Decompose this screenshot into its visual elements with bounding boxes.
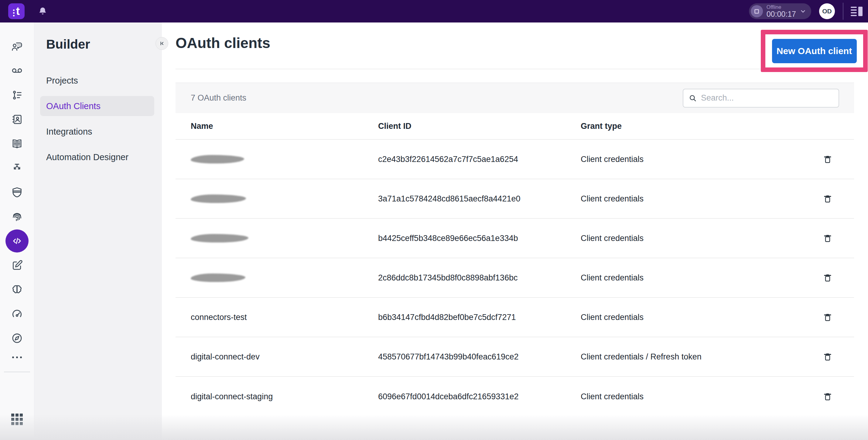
redacted-name-blob — [191, 155, 244, 164]
user-avatar[interactable]: OD — [819, 3, 835, 19]
delete-client-button[interactable] — [820, 310, 835, 324]
table-header-row: Name Client ID Grant type — [176, 113, 854, 140]
ai-brain-icon[interactable] — [11, 284, 23, 296]
table-toolbar: 7 OAuth clients — [176, 83, 854, 113]
apps-grid-icon[interactable] — [11, 414, 23, 425]
annotation-highlight: New OAuth client — [761, 30, 868, 72]
search-icon — [689, 94, 697, 102]
table-row[interactable]: digital-connect-dev 458570677bf14743b99b… — [176, 337, 854, 377]
title-divider — [176, 69, 854, 69]
delete-client-button[interactable] — [820, 231, 835, 245]
sidebar-item-label: OAuth Clients — [46, 101, 100, 111]
trash-icon — [823, 272, 833, 283]
search-input[interactable] — [701, 93, 829, 103]
grant-type-cell: Client credentials / Refresh token — [581, 352, 801, 361]
sidebar-item-label: Projects — [46, 76, 78, 86]
client-id-cell: 6096e67fd0014dceba6dfc21659331e2 — [378, 392, 581, 402]
table-row[interactable]: 3a71a1c5784248cd8615aecf8a4421e0 Client … — [176, 179, 854, 219]
sidebar-nav: Projects OAuth Clients Integrations Auto… — [34, 70, 162, 167]
column-header-name: Name — [191, 121, 378, 131]
notifications-bell-icon[interactable] — [38, 6, 48, 16]
grant-type-cell: Client credentials — [581, 313, 801, 322]
oauth-clients-table: 7 OAuth clients Name Client ID Grant typ… — [176, 83, 854, 416]
side-panel-toggle-icon[interactable] — [851, 7, 863, 16]
knowledge-book-icon[interactable] — [11, 138, 23, 150]
agent-conversations-icon[interactable] — [11, 40, 23, 53]
sidebar-item-projects[interactable]: Projects — [40, 70, 154, 91]
table-row[interactable]: connectors-test b6b34147cfbd4d82bef0be7c… — [176, 298, 854, 337]
trash-icon — [823, 391, 833, 402]
delete-client-button[interactable] — [820, 152, 835, 166]
dashboard-speedometer-icon[interactable] — [11, 308, 23, 320]
sidebar-title: Builder — [46, 37, 162, 52]
delete-client-button[interactable] — [820, 192, 835, 206]
client-id-cell: b6b34147cfbd4d82bef0be7c5dcf7271 — [378, 313, 581, 322]
more-ellipsis-icon[interactable] — [12, 356, 22, 358]
redacted-name-blob — [191, 273, 245, 282]
sidebar-item-label: Automation Designer — [46, 152, 128, 162]
client-id-cell: b4425ceff5b348ce89e66ec56a1e334b — [378, 234, 581, 243]
builder-sidebar: Builder Projects OAuth Clients Integrati… — [34, 23, 162, 440]
table-row[interactable]: c2e43b3f22614562a7c7f7c5ae1a6254 Client … — [176, 140, 854, 179]
client-name-cell: digital-connect-dev — [191, 352, 378, 361]
fingerprint-icon[interactable] — [11, 211, 23, 223]
clients-count: 7 OAuth clients — [191, 93, 246, 103]
grant-type-cell: Client credentials — [581, 273, 801, 283]
search-box — [683, 89, 839, 108]
sidebar-item-integrations[interactable]: Integrations — [40, 121, 154, 142]
grant-type-cell: Client credentials — [581, 155, 801, 164]
sidebar-collapse-button[interactable] — [155, 37, 168, 50]
trash-icon — [823, 233, 833, 243]
trash-icon — [823, 352, 833, 362]
trash-icon — [823, 154, 833, 165]
delete-client-button[interactable] — [820, 389, 835, 404]
collapse-left-icon — [158, 40, 165, 47]
new-oauth-client-button[interactable]: New OAuth client — [772, 39, 857, 63]
client-id-cell: 3a71a1c5784248cd8615aecf8a4421e0 — [378, 194, 581, 204]
page-title: OAuth clients — [176, 35, 854, 51]
delete-client-button[interactable] — [820, 271, 835, 285]
client-name-cell: digital-connect-staging — [191, 392, 378, 402]
client-id-cell: 2c86ddc8b17345bd8f0c8898abf136bc — [378, 273, 581, 283]
logo-letter: t — [16, 5, 20, 17]
status-stop-icon — [751, 5, 763, 17]
explore-compass-icon[interactable] — [11, 332, 23, 344]
rail-divider — [4, 372, 30, 372]
grant-type-cell: Client credentials — [581, 234, 801, 243]
delete-client-button[interactable] — [820, 350, 835, 364]
voicemail-icon[interactable] — [11, 65, 23, 77]
code-builder-icon[interactable] — [5, 229, 29, 253]
table-row[interactable]: b4425ceff5b348ce89e66ec56a1e334b Client … — [176, 219, 854, 258]
column-header-client-id: Client ID — [378, 121, 581, 131]
client-name-cell: connectors-test — [191, 313, 378, 322]
main-panel: New OAuth client OAuth clients 7 OAuth c… — [162, 23, 868, 440]
chevron-down-icon — [800, 8, 806, 14]
topbar-divider — [843, 3, 843, 20]
logo-dots-icon — [13, 9, 14, 17]
top-bar: t Offline 00:00:17 OD — [0, 0, 868, 23]
contacts-book-icon[interactable] — [11, 113, 23, 125]
redacted-name-blob — [191, 195, 246, 203]
routing-icon[interactable] — [11, 162, 23, 174]
grant-type-cell: Client credentials — [581, 194, 801, 204]
avatar-initials: OD — [822, 8, 832, 15]
app-icon-rail — [0, 23, 34, 440]
status-timer: 00:00:17 — [767, 10, 796, 18]
table-row[interactable]: 2c86ddc8b17345bd8f0c8898abf136bc Client … — [176, 258, 854, 298]
talkdesk-logo[interactable]: t — [8, 3, 25, 19]
trash-icon — [823, 194, 833, 204]
table-row[interactable]: digital-connect-staging 6096e67fd0014dce… — [176, 377, 854, 416]
compose-edit-icon[interactable] — [11, 259, 23, 271]
client-id-cell: 458570677bf14743b99b40feac619ce2 — [378, 352, 581, 361]
status-label: Offline — [767, 5, 796, 10]
security-shield-icon[interactable] — [11, 186, 23, 199]
redacted-name-blob — [191, 234, 248, 242]
sidebar-item-label: Integrations — [46, 127, 92, 137]
sidebar-item-automation-designer[interactable]: Automation Designer — [40, 147, 154, 167]
grant-type-cell: Client credentials — [581, 392, 801, 402]
sidebar-item-oauth-clients[interactable]: OAuth Clients — [40, 96, 154, 116]
app-window: t Offline 00:00:17 OD — [0, 0, 868, 440]
agent-status-selector[interactable]: Offline 00:00:17 — [749, 3, 811, 19]
activity-flow-icon[interactable] — [11, 89, 23, 101]
column-header-grant-type: Grant type — [581, 121, 801, 131]
